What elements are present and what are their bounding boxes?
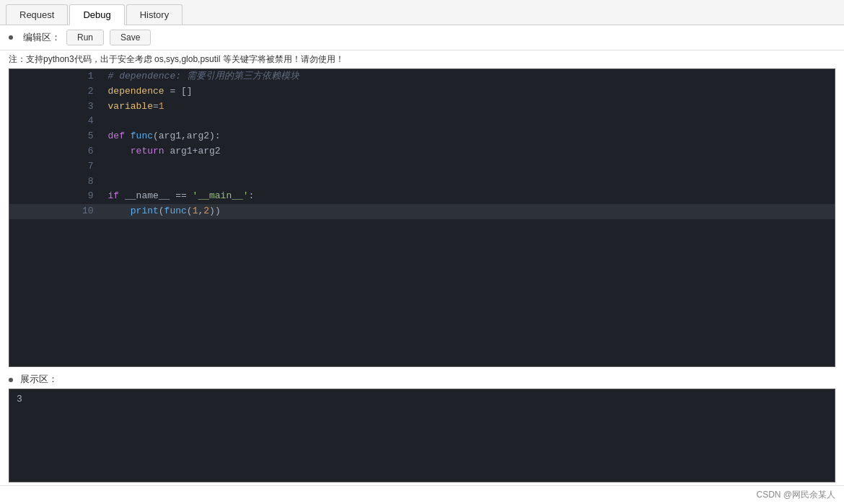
line-number: 3	[9, 100, 102, 115]
tab-debug[interactable]: Debug	[69, 4, 124, 25]
table-row: 7	[9, 159, 835, 174]
table-row: 8	[9, 174, 835, 190]
code-span: __name__ ==	[119, 190, 192, 201]
code-span: 2	[203, 205, 209, 216]
line-number: 5	[9, 129, 102, 144]
table-row: 9 if __name__ == '__main__':	[9, 189, 835, 204]
code-span: (	[153, 131, 159, 141]
code-span: = []	[164, 86, 193, 97]
code-span	[108, 205, 131, 216]
line-number: 9	[9, 189, 102, 204]
tab-request[interactable]: Request	[6, 4, 68, 25]
editor-section: 1 # dependence: 需要引用的第三方依赖模块 2 dependenc…	[0, 68, 844, 370]
line-code	[102, 174, 835, 190]
notice-text: 注：支持python3代码，出于安全考虑 os,sys,glob,psutil …	[0, 50, 844, 68]
line-number: 8	[9, 174, 102, 190]
code-span: def	[108, 131, 125, 141]
line-code: print(func(1,2))	[102, 204, 835, 219]
code-span: return	[131, 146, 164, 156]
code-span: print	[131, 205, 159, 216]
code-span: dependence	[108, 86, 164, 97]
tabs-bar: Request Debug History	[0, 0, 844, 25]
run-button[interactable]: Run	[66, 30, 104, 45]
line-number: 7	[9, 159, 102, 174]
code-span: ))	[209, 205, 221, 216]
table-row: 6 return arg1+arg2	[9, 144, 835, 159]
code-span: if	[108, 190, 120, 201]
table-row: 5 def func(arg1,arg2):	[9, 129, 835, 144]
line-code: def func(arg1,arg2):	[102, 129, 835, 144]
toolbar: 编辑区： Run Save	[0, 25, 844, 50]
tab-history[interactable]: History	[126, 4, 183, 25]
line-code: return arg1+arg2	[102, 144, 835, 159]
table-row: 4	[9, 114, 835, 129]
code-span: func	[131, 131, 153, 141]
table-row: 10 print(func(1,2))	[9, 204, 835, 219]
code-table: 1 # dependence: 需要引用的第三方依赖模块 2 dependenc…	[9, 69, 835, 219]
line-number: 10	[9, 204, 102, 219]
output-section: 展示区： 3	[0, 370, 844, 485]
code-span	[108, 146, 131, 156]
output-label-text: 展示区：	[20, 373, 58, 384]
code-span: arg1,arg2):	[159, 131, 221, 141]
table-row: 2 dependence = []	[9, 84, 835, 100]
toolbar-label: 编辑区：	[23, 31, 61, 44]
line-code: dependence = []	[102, 84, 835, 100]
code-span: =	[153, 101, 159, 112]
line-code: if __name__ == '__main__':	[102, 189, 835, 204]
code-span: :	[249, 190, 255, 201]
output-area[interactable]: 3	[9, 389, 835, 482]
line-number: 6	[9, 144, 102, 159]
code-span: (	[159, 205, 164, 216]
line-number: 4	[9, 114, 102, 129]
line-number: 2	[9, 84, 102, 100]
code-editor[interactable]: 1 # dependence: 需要引用的第三方依赖模块 2 dependenc…	[9, 68, 835, 367]
footer: CSDN @网民余某人	[0, 485, 844, 504]
save-button[interactable]: Save	[110, 30, 151, 45]
code-span: func	[164, 205, 187, 216]
line-code: variable=1	[102, 100, 835, 115]
line-number: 1	[9, 69, 102, 84]
code-span	[125, 131, 131, 141]
bullet-icon	[9, 35, 13, 40]
code-span: 1	[159, 101, 164, 112]
code-span: arg1+arg2	[164, 146, 221, 156]
bullet-icon	[9, 378, 13, 382]
line-code	[102, 114, 835, 129]
output-label: 展示区：	[9, 370, 835, 389]
code-span: # dependence: 需要引用的第三方依赖模块	[108, 71, 299, 81]
code-span: (	[187, 205, 193, 216]
table-row: 1 # dependence: 需要引用的第三方依赖模块	[9, 69, 835, 84]
line-code	[102, 159, 835, 174]
line-code: # dependence: 需要引用的第三方依赖模块	[102, 69, 835, 84]
code-span: variable	[108, 101, 153, 112]
table-row: 3 variable=1	[9, 100, 835, 115]
code-span: '__main__'	[193, 190, 249, 201]
